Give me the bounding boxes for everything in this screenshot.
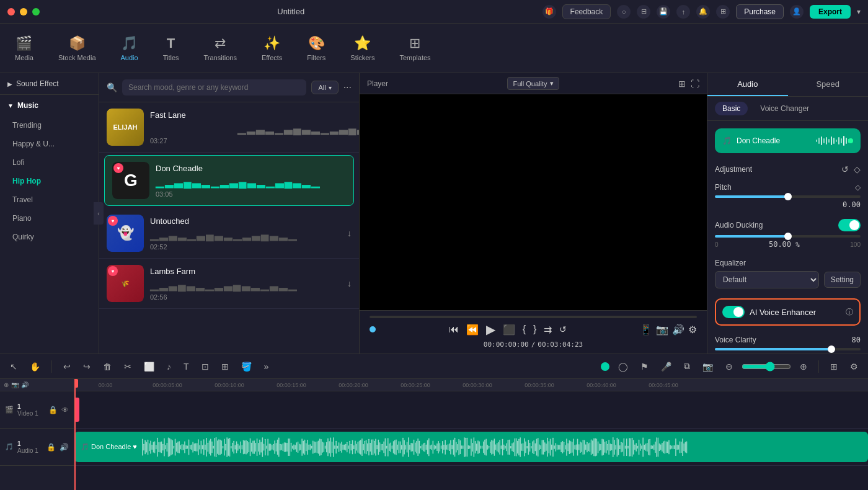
audio-clip-block[interactable]: 🎵 Don Cheadle ♥ bbox=[74, 432, 868, 462]
export-dropdown-icon[interactable]: ▾ bbox=[857, 7, 861, 16]
crop-icon[interactable]: ⬜ bbox=[140, 359, 158, 374]
download-icon[interactable]: ↓ bbox=[347, 228, 352, 238]
record-button[interactable] bbox=[601, 362, 609, 371]
layers-icon[interactable]: ⧉ bbox=[680, 359, 694, 374]
undo-icon[interactable]: ↩ bbox=[60, 359, 74, 374]
tab-audio[interactable]: Audio bbox=[707, 73, 788, 96]
track-item-active[interactable]: G ♥ Don Cheadle ▁▂▃▄▃▂▁▂▃▄▃▂▁▃▄▃▂▁ 03:05 bbox=[104, 155, 354, 206]
toolbar-filters[interactable]: 🎨 Filters bbox=[302, 32, 330, 65]
search-input[interactable] bbox=[122, 79, 306, 96]
text-tool-icon[interactable]: T bbox=[180, 359, 193, 374]
feedback-button[interactable]: Feedback bbox=[562, 4, 611, 19]
subtab-voice-changer[interactable]: Voice Changer bbox=[753, 102, 817, 115]
fullscreen-icon[interactable]: ⛶ bbox=[691, 79, 699, 89]
hand-tool-icon[interactable]: ✋ bbox=[26, 359, 44, 374]
apps-icon[interactable]: ⊞ bbox=[716, 5, 730, 19]
select-tool-icon[interactable]: ↖ bbox=[6, 359, 21, 374]
responsive-view-icon[interactable]: 📱 bbox=[640, 324, 652, 336]
sound-effect-header[interactable]: ▶ Sound Effect bbox=[0, 73, 99, 95]
ducking-slider[interactable] bbox=[715, 235, 861, 238]
frame-back-icon[interactable]: ⏪ bbox=[466, 324, 479, 336]
category-trending[interactable]: Trending bbox=[0, 116, 99, 135]
maximize-button[interactable] bbox=[32, 8, 40, 16]
play-icon[interactable]: ▶ bbox=[486, 322, 495, 337]
eye-icon[interactable]: 👁 bbox=[61, 406, 69, 414]
mark-out-icon[interactable]: } bbox=[533, 324, 536, 335]
voice-clarity-thumb[interactable] bbox=[828, 345, 835, 353]
add-track-icon[interactable]: ⊕ bbox=[4, 381, 9, 388]
download-icon[interactable]: ↓ bbox=[347, 278, 352, 288]
toolbar-stock-media[interactable]: 📦 Stock Media bbox=[53, 32, 101, 65]
save-icon[interactable]: 💾 bbox=[657, 5, 670, 19]
ducking-thumb[interactable] bbox=[784, 233, 792, 240]
transform-icon[interactable]: ⊡ bbox=[198, 359, 213, 374]
redo-icon[interactable]: ↪ bbox=[79, 359, 94, 374]
category-piano[interactable]: Piano bbox=[0, 209, 99, 228]
track-item[interactable]: ELIJAH Fast Lane /* wave bars */ ▁▂▃▂▁▃▄… bbox=[99, 102, 359, 153]
settings-icon[interactable]: ⚙ bbox=[688, 324, 697, 336]
category-happy[interactable]: Happy & U... bbox=[0, 135, 99, 153]
ai-voice-toggle[interactable] bbox=[722, 306, 745, 318]
panel-collapse-button[interactable]: ‹ bbox=[94, 202, 104, 225]
avatar[interactable]: 👤 bbox=[790, 5, 804, 19]
track-item[interactable]: 👻 ♥ Untouched ▁▂▃▂▁▃▄▃▂▁▂▃▄▃▂▁ 02:52 ↓ bbox=[99, 208, 359, 259]
notification-icon[interactable]: 🔔 bbox=[696, 5, 710, 19]
category-hip-hop[interactable]: Hip Hop bbox=[0, 172, 99, 190]
reset-adjustment-icon[interactable]: ↺ bbox=[841, 164, 849, 174]
step-back-icon[interactable]: ⏮ bbox=[449, 324, 459, 335]
pitch-thumb[interactable] bbox=[784, 193, 792, 200]
filter-all-button[interactable]: All ▾ bbox=[311, 81, 338, 94]
mark-in-icon[interactable]: { bbox=[523, 324, 526, 335]
edit-adjustment-icon[interactable]: ◇ bbox=[854, 164, 861, 174]
move-icon[interactable]: ⊞ bbox=[218, 359, 232, 374]
music-note-tool-icon[interactable]: ♪ bbox=[163, 359, 175, 374]
layout-icon[interactable]: ⊟ bbox=[637, 5, 650, 19]
player-timeline[interactable] bbox=[370, 316, 697, 318]
media-type-icon[interactable]: 📷 bbox=[11, 381, 19, 388]
mic-icon[interactable]: 🎤 bbox=[657, 359, 675, 374]
grid-view-icon[interactable]: ⊞ bbox=[678, 79, 686, 89]
cut-icon[interactable]: ✂ bbox=[120, 359, 135, 374]
toolbar-audio[interactable]: 🎵 Audio bbox=[116, 32, 143, 65]
plus-circle-icon[interactable]: ⊕ bbox=[796, 359, 811, 374]
audio-lock-icon[interactable]: 🔒 bbox=[46, 443, 56, 452]
tab-speed[interactable]: Speed bbox=[788, 73, 869, 96]
more-tools-icon[interactable]: » bbox=[260, 359, 273, 374]
toolbar-media[interactable]: 🎬 Media bbox=[10, 32, 38, 65]
snapshot-icon[interactable]: 📷 bbox=[656, 324, 668, 336]
media-panel-icon[interactable]: 📷 bbox=[699, 359, 717, 374]
toolbar-stickers[interactable]: ⭐ Stickers bbox=[345, 32, 379, 65]
track-item[interactable]: 🌾 ♥ Lambs Farm ▁▂▃▄▃▂▁▂▃▄▃▂▁▃▂▁ 02:56 ↓ bbox=[99, 259, 359, 309]
export-button[interactable]: Export bbox=[810, 5, 851, 19]
toolbar-titles[interactable]: T Titles bbox=[158, 32, 184, 65]
close-button[interactable] bbox=[7, 8, 15, 16]
music-header[interactable]: ▼ Music bbox=[0, 95, 99, 116]
more-options-icon[interactable]: ··· bbox=[343, 82, 352, 93]
circle-icon[interactable]: ◯ bbox=[614, 359, 632, 374]
ducking-toggle[interactable] bbox=[838, 219, 861, 231]
voice-clarity-slider[interactable] bbox=[715, 348, 861, 350]
toolbar-templates[interactable]: ⊞ Templates bbox=[394, 32, 435, 65]
flag-icon[interactable]: ⚑ bbox=[637, 359, 652, 374]
upload-icon[interactable]: ↑ bbox=[676, 5, 690, 19]
audio-type-icon[interactable]: 🔊 bbox=[21, 381, 29, 388]
toolbar-transitions[interactable]: ⇄ Transitions bbox=[199, 32, 242, 65]
extract-icon[interactable]: ⇉ bbox=[544, 324, 552, 336]
loop-icon[interactable]: ↺ bbox=[559, 324, 567, 334]
info-icon[interactable]: ⓘ bbox=[846, 307, 853, 318]
minimize-button[interactable] bbox=[20, 8, 27, 16]
grid-icon[interactable]: ⊞ bbox=[826, 359, 841, 374]
theme-icon[interactable]: ○ bbox=[617, 5, 631, 19]
paint-icon[interactable]: 🪣 bbox=[237, 359, 255, 374]
toolbar-effects[interactable]: ✨ Effects bbox=[257, 32, 287, 65]
gift-icon[interactable]: 🎁 bbox=[542, 5, 556, 19]
category-travel[interactable]: Travel bbox=[0, 190, 99, 209]
lock-icon[interactable]: 🔒 bbox=[48, 406, 58, 414]
zoom-slider[interactable] bbox=[742, 362, 791, 372]
quality-selector[interactable]: Full Quality ▾ bbox=[507, 77, 559, 90]
settings-tool-icon[interactable]: ⚙ bbox=[846, 359, 862, 374]
volume-icon[interactable]: 🔊 bbox=[672, 324, 684, 336]
subtab-basic[interactable]: Basic bbox=[715, 102, 748, 115]
category-quirky[interactable]: Quirky bbox=[0, 228, 99, 246]
pitch-slider[interactable] bbox=[715, 195, 861, 198]
